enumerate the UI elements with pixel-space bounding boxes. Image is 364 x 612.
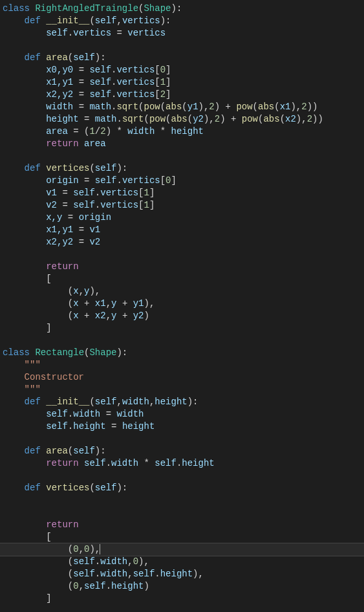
docstring-close: """ [25,384,41,395]
code-line[interactable]: x1,y1 = v1 [0,224,364,236]
code-line[interactable]: ] [0,322,364,334]
code-line[interactable] [0,433,364,445]
docstring-open: """ [25,360,41,370]
method-name: area [46,52,68,63]
code-line[interactable]: x1,y1 = self.vertics[1] [0,76,364,89]
code-line[interactable]: return area [0,138,364,150]
docstring-text: Constructor [25,372,84,382]
code-line[interactable] [0,494,364,507]
code-line[interactable]: self.width = width [0,408,364,421]
code-line[interactable]: def area(self): [0,52,364,64]
code-line[interactable]: x2,y2 = self.vertics[2] [0,89,364,101]
code-line[interactable]: def __init__(self,width,height): [0,396,364,408]
code-line[interactable]: return [0,261,364,273]
code-line[interactable]: (0,self.height) [0,580,364,593]
code-line[interactable]: (x + x1,y + y1), [0,298,364,310]
param: vertics [122,16,160,26]
self-param: self [95,16,117,26]
code-line[interactable]: origin = self.vertics[0] [0,175,364,187]
method-name: vertices [46,483,89,493]
keyword-def: def [25,16,41,26]
code-line[interactable]: x0,y0 = self.vertics[0] [0,64,364,76]
code-line[interactable]: def area(self): [0,445,364,457]
code-line[interactable]: [ [0,531,364,543]
code-line[interactable]: def __init__(self,vertics): [0,15,364,27]
code-line[interactable]: return [0,519,364,531]
code-line[interactable]: height = math.sqrt(pow(abs(y2),2) + pow(… [0,113,364,126]
method-name: vertices [46,163,89,173]
keyword-return: return [46,138,78,149]
code-line[interactable]: """ [0,359,364,371]
code-line[interactable]: return self.width * self.height [0,457,364,470]
code-line[interactable] [0,39,364,52]
method-name: area [46,446,68,456]
code-line[interactable]: (x + x2,y + y2) [0,310,364,322]
code-line[interactable]: [ [0,273,364,285]
code-line[interactable]: """ [0,384,364,396]
code-line[interactable]: area = (1/2) * width * height [0,126,364,138]
code-line[interactable] [0,470,364,482]
code-line[interactable]: x,y = origin [0,212,364,224]
code-line[interactable] [0,334,364,347]
code-line[interactable]: def vertices(self): [0,482,364,494]
code-line[interactable]: x2,y2 = v2 [0,236,364,248]
code-line[interactable]: class Rectangle(Shape): [0,347,364,359]
class-name: Rectangle [35,347,84,358]
class-name: RightAngledTraingle [35,3,138,14]
keyword-class: class [3,3,30,14]
code-line[interactable]: def vertices(self): [0,162,364,175]
code-line[interactable]: (x,y), [0,285,364,298]
code-line[interactable]: v1 = self.vertics[1] [0,187,364,199]
code-line[interactable]: v2 = self.vertics[1] [0,199,364,212]
code-line[interactable]: self.vertics = vertics [0,27,364,39]
method-name: __init__ [46,16,89,26]
code-line[interactable]: Constructor [0,371,364,384]
code-line[interactable]: class RightAngledTraingle(Shape): [0,3,364,15]
code-line[interactable] [0,507,364,519]
base-class: Shape [144,3,171,14]
code-line[interactable] [0,248,364,261]
code-line[interactable] [0,150,364,162]
code-line[interactable]: width = math.sqrt(pow(abs(y1),2) + pow(a… [0,101,364,113]
code-line-cursor[interactable]: (0,0), [0,543,364,556]
code-line[interactable]: self.height = height [0,421,364,433]
code-line[interactable]: (self.width,0), [0,556,364,568]
method-name: __init__ [46,397,89,407]
code-line[interactable]: (self.width,self.height), [0,568,364,580]
code-line[interactable]: ] [0,593,364,605]
